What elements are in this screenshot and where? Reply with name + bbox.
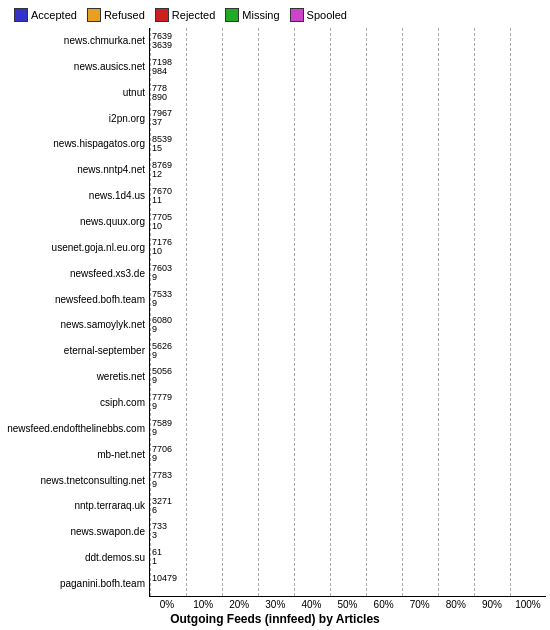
- bar-row: 767011: [150, 183, 546, 209]
- x-axis-label: 10%: [185, 599, 221, 610]
- legend-color-refused: [87, 8, 101, 22]
- x-axis-labels: 0%10%20%30%40%50%60%70%80%90%100%: [4, 599, 546, 610]
- bar-bottom-value: 15: [152, 144, 172, 153]
- chart-inner: news.chmurka.netnews.ausics.netutnuti2pn…: [4, 28, 546, 597]
- bar-bottom-value: 9: [152, 454, 172, 463]
- bar-row: 796737: [150, 105, 546, 131]
- chart-area: news.chmurka.netnews.ausics.netutnuti2pn…: [4, 28, 546, 626]
- bar-value-label: 75339: [152, 290, 172, 308]
- legend-color-missing: [225, 8, 239, 22]
- y-label: news.nntp4.net: [4, 165, 145, 175]
- legend-label-rejected: Rejected: [172, 9, 215, 21]
- y-label: i2pn.org: [4, 114, 145, 124]
- bar-row: 7198984: [150, 54, 546, 80]
- bar-row: 7333: [150, 518, 546, 544]
- bar-row: 77799: [150, 389, 546, 415]
- bar-top-value: 10479: [152, 574, 177, 583]
- bar-bottom-value: 890: [152, 93, 167, 102]
- legend-color-accepted: [14, 8, 28, 22]
- bar-row: 876912: [150, 157, 546, 183]
- legend-item-refused: Refused: [87, 8, 145, 22]
- bar-row: 853915: [150, 131, 546, 157]
- x-axis-label: 60%: [366, 599, 402, 610]
- bar-value-label: 76393639: [152, 32, 172, 50]
- x-axis-label: 80%: [438, 599, 474, 610]
- bar-value-label: 56269: [152, 342, 172, 360]
- bar-value-label: 767011: [152, 187, 172, 205]
- bar-value-label: 7333: [152, 522, 167, 540]
- y-label: news.tnetconsulting.net: [4, 476, 145, 486]
- y-label: newsfeed.bofh.team: [4, 295, 145, 305]
- bar-row: 56269: [150, 338, 546, 364]
- y-labels: news.chmurka.netnews.ausics.netutnuti2pn…: [4, 28, 149, 597]
- y-label: news.ausics.net: [4, 62, 145, 72]
- bar-bottom-value: 9: [152, 428, 172, 437]
- bar-row: 77069: [150, 441, 546, 467]
- legend-label-spooled: Spooled: [307, 9, 347, 21]
- bar-bottom-value: 12: [152, 170, 172, 179]
- bar-row: 32716: [150, 493, 546, 519]
- bar-row: 60809: [150, 312, 546, 338]
- legend-label-accepted: Accepted: [31, 9, 77, 21]
- x-axis-label: 0%: [149, 599, 185, 610]
- chart-container: AcceptedRefusedRejectedMissingSpooled ne…: [0, 0, 550, 630]
- y-label: news.hispagatos.org: [4, 139, 145, 149]
- bar-row: 50569: [150, 364, 546, 390]
- bars-rows: 7639363971989847788907967378539158769127…: [150, 28, 546, 596]
- bar-row: 75899: [150, 415, 546, 441]
- bar-value-label: 853915: [152, 135, 172, 153]
- bar-value-label: 796737: [152, 109, 172, 127]
- bar-bottom-value: 1: [152, 557, 162, 566]
- bar-bottom-value: 9: [152, 402, 172, 411]
- y-label: utnut: [4, 88, 145, 98]
- x-axis-label: 70%: [402, 599, 438, 610]
- y-label: newsfeed.endofthelinebbs.com: [4, 424, 145, 434]
- bar-row: 717610: [150, 235, 546, 261]
- bar-bottom-value: 9: [152, 273, 172, 282]
- bar-value-label: 75899: [152, 419, 172, 437]
- bar-row: 778890: [150, 80, 546, 106]
- bar-value-label: 50569: [152, 367, 172, 385]
- x-axis-label: 50%: [329, 599, 365, 610]
- y-label: weretis.net: [4, 372, 145, 382]
- y-label: nntp.terraraq.uk: [4, 501, 145, 511]
- legend-item-spooled: Spooled: [290, 8, 347, 22]
- y-label: news.samoylyk.net: [4, 320, 145, 330]
- bar-bottom-value: 6: [152, 506, 172, 515]
- legend-color-spooled: [290, 8, 304, 22]
- bar-row: 770510: [150, 209, 546, 235]
- bar-bottom-value: 9: [152, 299, 172, 308]
- legend-label-refused: Refused: [104, 9, 145, 21]
- x-axis-label: 20%: [221, 599, 257, 610]
- legend-item-accepted: Accepted: [14, 8, 77, 22]
- bar-bottom-value: 9: [152, 376, 172, 385]
- bar-value-label: 76039: [152, 264, 172, 282]
- y-label: news.chmurka.net: [4, 36, 145, 46]
- y-label: mb-net.net: [4, 450, 145, 460]
- bar-row: 76393639: [150, 28, 546, 54]
- bar-value-label: 77799: [152, 393, 172, 411]
- bar-value-label: 611: [152, 548, 162, 566]
- bar-row: 77839: [150, 467, 546, 493]
- bar-value-label: 770510: [152, 213, 172, 231]
- bar-bottom-value: 9: [152, 480, 172, 489]
- bar-value-label: 876912: [152, 161, 172, 179]
- legend-color-rejected: [155, 8, 169, 22]
- bar-value-label: 7198984: [152, 58, 172, 76]
- y-label: csiph.com: [4, 398, 145, 408]
- y-label: newsfeed.xs3.de: [4, 269, 145, 279]
- bar-value-label: 60809: [152, 316, 172, 334]
- bar-row: 10479: [150, 570, 546, 596]
- x-axis-label: 30%: [257, 599, 293, 610]
- y-label: news.quux.org: [4, 217, 145, 227]
- bar-bottom-value: 10: [152, 222, 172, 231]
- y-label: paganini.bofh.team: [4, 579, 145, 589]
- legend-item-rejected: Rejected: [155, 8, 215, 22]
- y-label: usenet.goja.nl.eu.org: [4, 243, 145, 253]
- x-axis-label: 100%: [510, 599, 546, 610]
- bar-row: 611: [150, 544, 546, 570]
- bar-row: 76039: [150, 260, 546, 286]
- bar-bottom-value: 3639: [152, 41, 172, 50]
- bar-row: 75339: [150, 286, 546, 312]
- bar-value-label: 717610: [152, 238, 172, 256]
